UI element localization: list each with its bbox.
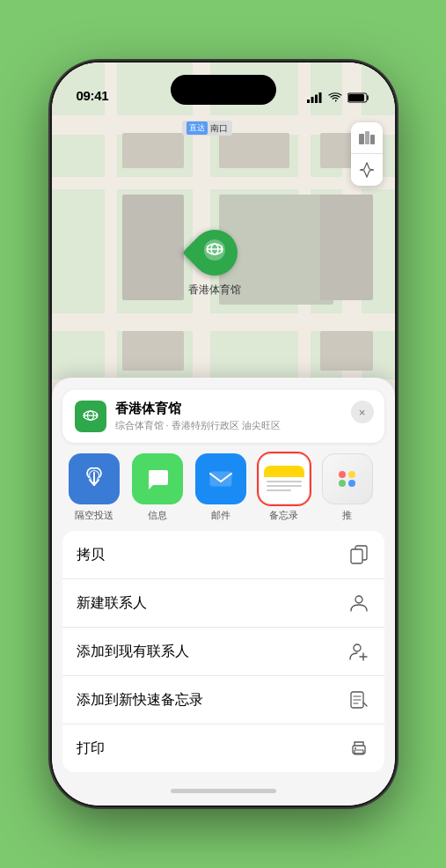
map-type-button[interactable] bbox=[351, 122, 383, 154]
action-quick-note[interactable]: 添加到新快速备忘录 bbox=[62, 676, 384, 725]
copy-icon bbox=[347, 543, 370, 566]
home-indicator bbox=[52, 779, 395, 802]
home-bar bbox=[171, 789, 276, 793]
location-card: 香港体育馆 综合体育馆 · 香港特别行政区 油尖旺区 × bbox=[62, 390, 384, 443]
message-icon bbox=[132, 453, 183, 504]
svg-point-33 bbox=[355, 747, 356, 749]
notes-icon bbox=[259, 453, 310, 504]
more-label: 推 bbox=[342, 510, 352, 522]
location-subtitle: 综合体育馆 · 香港特别行政区 油尖旺区 bbox=[115, 419, 372, 432]
action-add-to-contact[interactable]: 添加到现有联系人 bbox=[62, 628, 384, 676]
close-button[interactable]: × bbox=[351, 401, 374, 423]
airdrop-icon bbox=[69, 453, 120, 504]
share-item-message[interactable]: 信息 bbox=[126, 453, 189, 522]
dynamic-island bbox=[171, 75, 276, 105]
status-time: 09:41 bbox=[77, 88, 109, 103]
svg-point-23 bbox=[355, 596, 362, 603]
person-add-icon bbox=[347, 640, 370, 663]
svg-rect-20 bbox=[210, 472, 231, 486]
map-controls bbox=[351, 122, 383, 186]
svg-rect-22 bbox=[351, 549, 362, 563]
svg-rect-9 bbox=[307, 99, 310, 103]
new-contact-label: 新建联系人 bbox=[77, 594, 147, 613]
map-label: 直达 南口 bbox=[182, 121, 232, 136]
share-actions-row: 隔空投送 信息 bbox=[52, 450, 395, 531]
status-icons bbox=[307, 92, 370, 103]
svg-rect-11 bbox=[315, 95, 318, 104]
action-print[interactable]: 打印 bbox=[62, 725, 384, 772]
location-info: 香港体育馆 综合体育馆 · 香港特别行政区 油尖旺区 bbox=[115, 401, 372, 432]
signal-icon bbox=[307, 92, 323, 103]
bottom-sheet: 香港体育馆 综合体育馆 · 香港特别行政区 油尖旺区 × bbox=[52, 378, 395, 805]
more-icon bbox=[322, 453, 373, 504]
stadium-pin[interactable]: 香港体育馆 bbox=[188, 230, 241, 298]
share-item-more[interactable]: 推 bbox=[316, 453, 379, 522]
svg-rect-2 bbox=[370, 135, 375, 144]
svg-rect-0 bbox=[359, 134, 364, 144]
share-item-mail[interactable]: 邮件 bbox=[189, 453, 252, 522]
print-label: 打印 bbox=[77, 739, 105, 758]
svg-point-24 bbox=[354, 644, 361, 651]
mail-icon bbox=[195, 453, 246, 504]
share-item-notes[interactable]: 备忘录 bbox=[252, 453, 316, 522]
notes-label: 备忘录 bbox=[269, 510, 298, 522]
share-item-airdrop[interactable]: 隔空投送 bbox=[62, 453, 126, 522]
action-new-contact[interactable]: 新建联系人 bbox=[62, 579, 384, 628]
person-icon bbox=[347, 592, 370, 614]
mail-label: 邮件 bbox=[211, 510, 230, 522]
wifi-icon bbox=[328, 92, 342, 103]
action-list: 拷贝 新建联系人 bbox=[62, 531, 384, 772]
action-copy[interactable]: 拷贝 bbox=[62, 531, 384, 579]
copy-label: 拷贝 bbox=[77, 546, 105, 564]
location-icon bbox=[75, 401, 106, 432]
location-name: 香港体育馆 bbox=[115, 401, 372, 417]
quick-note-label: 添加到新快速备忘录 bbox=[77, 691, 203, 710]
svg-rect-10 bbox=[311, 97, 313, 103]
location-button[interactable] bbox=[351, 154, 383, 186]
pin-label: 香港体育馆 bbox=[188, 283, 241, 298]
add-contact-label: 添加到现有联系人 bbox=[77, 643, 189, 661]
phone-screen: 直达 南口 bbox=[52, 63, 395, 805]
phone-frame: 直达 南口 bbox=[52, 63, 395, 805]
svg-rect-14 bbox=[348, 94, 364, 101]
battery-icon bbox=[347, 92, 370, 103]
print-icon bbox=[347, 737, 370, 760]
svg-rect-12 bbox=[318, 92, 321, 103]
svg-rect-1 bbox=[365, 131, 369, 144]
note-icon bbox=[347, 688, 370, 711]
message-label: 信息 bbox=[148, 510, 167, 522]
airdrop-label: 隔空投送 bbox=[75, 510, 113, 522]
